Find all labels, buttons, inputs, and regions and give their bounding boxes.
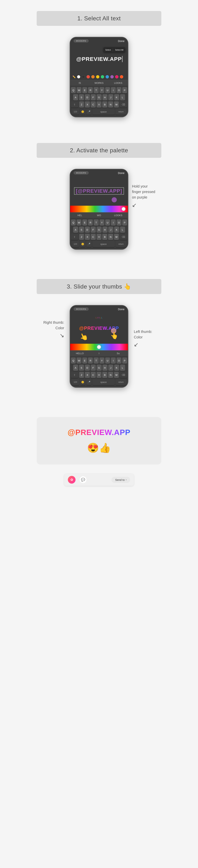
key3-g[interactable]: G bbox=[97, 365, 102, 371]
key2-123[interactable]: 123 bbox=[72, 241, 79, 247]
key-o[interactable]: O bbox=[117, 87, 121, 93]
key-f[interactable]: F bbox=[91, 94, 96, 100]
key-a[interactable]: A bbox=[73, 94, 78, 100]
key-r[interactable]: R bbox=[88, 87, 93, 93]
key3-w[interactable]: W bbox=[77, 358, 81, 364]
key2-b[interactable]: B bbox=[102, 234, 107, 240]
suggest-3-1[interactable]: HELLO bbox=[70, 352, 90, 355]
suggest-3-2[interactable]: I bbox=[90, 352, 109, 355]
key3-mic[interactable]: 🎤 bbox=[86, 379, 91, 385]
key3-return[interactable]: return bbox=[116, 379, 126, 385]
suggest-2-1[interactable]: HEL bbox=[70, 214, 90, 217]
key3-q[interactable]: Q bbox=[71, 358, 76, 364]
key3-c[interactable]: C bbox=[91, 372, 96, 378]
rainbow-handle[interactable] bbox=[122, 207, 126, 211]
key2-t[interactable]: T bbox=[94, 219, 98, 226]
key2-p[interactable]: P bbox=[122, 219, 127, 226]
color-blue[interactable] bbox=[106, 75, 109, 79]
key2-q[interactable]: Q bbox=[71, 219, 76, 226]
key2-s[interactable]: S bbox=[79, 226, 84, 233]
color-red[interactable] bbox=[87, 75, 90, 79]
key-e[interactable]: E bbox=[82, 87, 87, 93]
suggest-2[interactable]: WORKS bbox=[90, 82, 109, 84]
key3-h[interactable]: H bbox=[102, 365, 107, 371]
share-icon-gradient[interactable]: ✿ bbox=[68, 476, 75, 484]
key-w[interactable]: W bbox=[77, 87, 81, 93]
key3-f[interactable]: F bbox=[91, 365, 96, 371]
send-to-btn[interactable]: Send to › bbox=[111, 477, 130, 483]
key3-v[interactable]: V bbox=[97, 372, 102, 378]
key2-mic[interactable]: 🎤 bbox=[86, 241, 91, 247]
key-x[interactable]: X bbox=[85, 101, 90, 107]
key-k[interactable]: K bbox=[114, 94, 119, 100]
key2-v[interactable]: V bbox=[97, 234, 102, 240]
key2-z[interactable]: Z bbox=[79, 234, 84, 240]
select-all-btn[interactable]: Select All bbox=[113, 48, 125, 52]
key3-123[interactable]: 123 bbox=[72, 379, 79, 385]
key-z[interactable]: Z bbox=[79, 101, 84, 107]
key2-g[interactable]: G bbox=[97, 226, 102, 233]
key2-n[interactable]: N bbox=[108, 234, 113, 240]
key2-u[interactable]: U bbox=[105, 219, 110, 226]
key3-x[interactable]: X bbox=[85, 372, 90, 378]
done-btn-2[interactable]: Done bbox=[118, 172, 125, 175]
key-j[interactable]: J bbox=[108, 94, 113, 100]
key-u[interactable]: U bbox=[105, 87, 110, 93]
suggest-2-2[interactable]: WO bbox=[90, 214, 109, 217]
suggest-3[interactable]: LOOKS bbox=[108, 82, 128, 84]
rainbow-bar[interactable] bbox=[70, 206, 128, 212]
rainbow-handle-3[interactable] bbox=[97, 345, 101, 349]
key-t[interactable]: T bbox=[94, 87, 98, 93]
key2-emoji[interactable]: 😊 bbox=[80, 241, 85, 247]
key-s[interactable]: S bbox=[79, 94, 84, 100]
key-shift[interactable]: ⇧ bbox=[71, 101, 78, 107]
suggest-3-3[interactable]: Su bbox=[108, 352, 128, 355]
key3-shift[interactable]: ⇧ bbox=[71, 372, 78, 378]
key-return[interactable]: return bbox=[116, 108, 126, 115]
key2-f[interactable]: F bbox=[91, 226, 96, 233]
key2-w[interactable]: W bbox=[77, 219, 81, 226]
key2-space[interactable]: space bbox=[93, 241, 114, 247]
key2-m[interactable]: M bbox=[114, 234, 119, 240]
key3-t[interactable]: T bbox=[94, 358, 98, 364]
color-deeporange[interactable] bbox=[120, 75, 123, 79]
key-l[interactable]: L bbox=[120, 94, 125, 100]
key-d[interactable]: D bbox=[85, 94, 90, 100]
color-purple[interactable] bbox=[110, 75, 114, 79]
key2-return[interactable]: return bbox=[116, 241, 126, 247]
key-mic[interactable]: 🎤 bbox=[86, 108, 91, 115]
key-p[interactable]: P bbox=[122, 87, 127, 93]
key3-s[interactable]: S bbox=[79, 365, 84, 371]
key-b[interactable]: B bbox=[102, 101, 107, 107]
color-white[interactable] bbox=[77, 75, 80, 79]
key2-o[interactable]: O bbox=[117, 219, 121, 226]
key3-k[interactable]: K bbox=[114, 365, 119, 371]
key2-k[interactable]: K bbox=[114, 226, 119, 233]
key3-p[interactable]: P bbox=[122, 358, 127, 364]
key2-e[interactable]: E bbox=[82, 219, 87, 226]
key3-u[interactable]: U bbox=[105, 358, 110, 364]
key2-x[interactable]: X bbox=[85, 234, 90, 240]
key3-i[interactable]: I bbox=[111, 358, 116, 364]
key3-j[interactable]: J bbox=[108, 365, 113, 371]
suggest-2-3[interactable]: LOOKS bbox=[108, 214, 128, 217]
color-black[interactable] bbox=[82, 75, 85, 79]
color-green[interactable] bbox=[101, 75, 104, 79]
select-btn[interactable]: Select bbox=[103, 48, 113, 52]
key3-n[interactable]: N bbox=[108, 372, 113, 378]
key2-a[interactable]: A bbox=[73, 226, 78, 233]
done-btn-1[interactable]: Done bbox=[118, 39, 125, 42]
suggest-1[interactable]: IS bbox=[70, 82, 90, 84]
key2-h[interactable]: H bbox=[102, 226, 107, 233]
key-v[interactable]: V bbox=[97, 101, 102, 107]
key2-l[interactable]: L bbox=[120, 226, 125, 233]
color-yellow[interactable] bbox=[96, 75, 99, 79]
key-y[interactable]: Y bbox=[100, 87, 104, 93]
key3-e[interactable]: E bbox=[82, 358, 87, 364]
key2-delete[interactable]: ⌫ bbox=[120, 234, 127, 240]
key2-i[interactable]: I bbox=[111, 219, 116, 226]
key2-j[interactable]: J bbox=[108, 226, 113, 233]
key3-b[interactable]: B bbox=[102, 372, 107, 378]
key-q[interactable]: Q bbox=[71, 87, 76, 93]
key3-l[interactable]: L bbox=[120, 365, 125, 371]
